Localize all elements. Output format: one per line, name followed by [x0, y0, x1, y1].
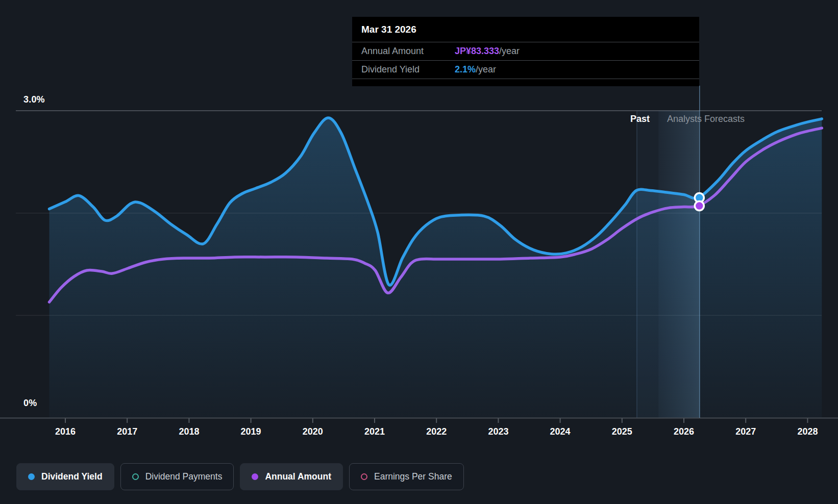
legend-label-dividend-yield: Dividend Yield [41, 471, 103, 482]
x-tick-label-2023: 2023 [488, 426, 508, 437]
tooltip-dividend-yield-value: 2.1% [455, 64, 476, 75]
earnings-per-share-ring-icon [361, 473, 367, 480]
legend-item-dividend-yield[interactable]: Dividend Yield [16, 463, 114, 490]
tooltip-annual-amount-label: Annual Amount [361, 46, 455, 57]
x-tick-label-2021: 2021 [364, 426, 385, 437]
tooltip-row-annual-amount: Annual Amount JP¥83.333 /year [352, 42, 699, 61]
tooltip-dividend-yield-suffix: /year [476, 64, 496, 75]
x-tick-label-2018: 2018 [179, 426, 199, 437]
dividend-yield-dot-icon [28, 473, 35, 480]
legend-label-earnings-per-share: Earnings Per Share [374, 471, 452, 482]
x-tick-label-2025: 2025 [612, 426, 632, 437]
hover-highlight-band [658, 111, 699, 418]
x-tick-label-2027: 2027 [735, 426, 756, 437]
x-tick-label-2022: 2022 [426, 426, 447, 437]
tooltip-date: Mar 31 2026 [352, 17, 699, 42]
x-tick-label-2020: 2020 [303, 426, 323, 437]
legend-item-annual-amount[interactable]: Annual Amount [240, 463, 343, 490]
legend-item-dividend-payments[interactable]: Dividend Payments [120, 463, 234, 490]
dividend-payments-ring-icon [132, 473, 139, 480]
legend: Dividend Yield Dividend Payments Annual … [16, 463, 464, 490]
dividend-yield-area-fill [50, 118, 822, 418]
x-tick-label-2026: 2026 [674, 426, 694, 437]
y-axis-label-bottom: 0% [23, 398, 37, 409]
past-label: Past [582, 114, 650, 124]
tooltip-annual-amount-suffix: /year [499, 46, 520, 57]
annual-amount-dot-icon [252, 473, 258, 480]
tooltip-dividend-yield-label: Dividend Yield [361, 64, 455, 75]
annual-amount-hover-dot[interactable] [695, 201, 704, 211]
legend-label-annual-amount: Annual Amount [265, 471, 331, 482]
x-tick-label-2019: 2019 [241, 426, 261, 437]
x-tick-label-2024: 2024 [550, 426, 571, 437]
x-tick-label-2028: 2028 [797, 426, 818, 437]
legend-label-dividend-payments: Dividend Payments [145, 471, 223, 482]
dividend-chart-card: 2016201720182019202020212022202320242025… [0, 0, 838, 504]
y-axis-label-top: 3.0% [23, 94, 45, 105]
x-tick-label-2017: 2017 [117, 426, 137, 437]
legend-item-earnings-per-share[interactable]: Earnings Per Share [349, 463, 464, 490]
tooltip-annual-amount-value: JP¥83.333 [455, 46, 499, 57]
x-tick-label-2016: 2016 [55, 426, 76, 437]
tooltip-row-dividend-yield: Dividend Yield 2.1% /year [352, 61, 699, 79]
analysts-forecasts-label: Analysts Forecasts [667, 114, 745, 124]
hover-tooltip: Mar 31 2026 Annual Amount JP¥83.333 /yea… [352, 17, 699, 86]
